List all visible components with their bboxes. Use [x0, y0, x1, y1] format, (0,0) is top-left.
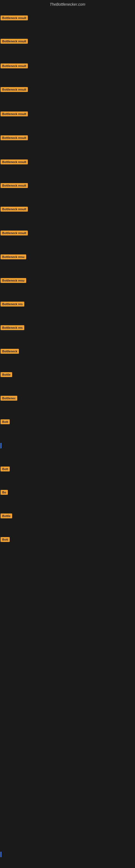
bottleneck-result-row: Bottleneck res [1, 325, 24, 331]
bottleneck-result-row: Bottle [1, 372, 12, 378]
site-title: TheBottlenecker.com [0, 0, 135, 9]
bottleneck-result-row: Bottleneck result [1, 87, 28, 93]
bottleneck-badge[interactable]: Bottleneck result [1, 159, 28, 164]
bottleneck-badge[interactable]: Bottleneck [1, 349, 19, 354]
bottleneck-badge[interactable]: Bottleneck result [1, 230, 28, 236]
bottleneck-result-row: Bottlenec [1, 396, 17, 402]
bottleneck-badge[interactable]: Bottleneck res [1, 302, 24, 307]
bottleneck-badge[interactable]: Bottleneck result [1, 135, 28, 140]
bottleneck-badge[interactable]: Bottleneck resu [1, 254, 26, 259]
bottleneck-result-row: Bott [1, 537, 10, 543]
bottleneck-result-row: Bottleneck result [1, 159, 28, 165]
bottleneck-result-row: Bott [1, 467, 10, 472]
bottleneck-result-row: Bottleneck result [1, 183, 28, 189]
bottleneck-badge[interactable]: Bottleneck resu [1, 278, 26, 283]
bottleneck-result-row: Bott [1, 420, 10, 425]
bottleneck-badge[interactable]: Bottleneck result [1, 87, 28, 92]
bottleneck-result-row: Bottleneck result [1, 207, 28, 213]
bottleneck-badge[interactable]: Bottle [1, 514, 12, 518]
bottleneck-badge[interactable]: Bo [1, 490, 8, 495]
bottleneck-result-row: Bottleneck result [1, 39, 28, 45]
bottleneck-result-row: Bottleneck [1, 349, 19, 355]
bottleneck-badge[interactable]: Bott [1, 537, 10, 542]
bottleneck-result-row: Bottleneck res [1, 302, 24, 308]
bottleneck-badge[interactable]: Bottle [1, 372, 12, 377]
bottleneck-badge[interactable]: Bottleneck result [1, 16, 28, 20]
cursor-indicator [1, 443, 1, 448]
bottleneck-badge[interactable]: Bottleneck result [1, 207, 28, 212]
bottleneck-badge[interactable]: Bottleneck result [1, 112, 28, 116]
bottleneck-result-row: Bottleneck result [1, 63, 28, 69]
bottleneck-badge[interactable]: Bottleneck res [1, 325, 24, 330]
bottleneck-result-row: Bo [1, 490, 8, 496]
bottleneck-badge[interactable]: Bottleneck result [1, 63, 28, 68]
bottleneck-result-row: Bottleneck result [1, 16, 28, 22]
bottleneck-result-row: Bottleneck resu [1, 278, 26, 284]
bottleneck-result-row: Bottleneck result [1, 135, 28, 141]
bottleneck-badge[interactable]: Bottleneck result [1, 39, 28, 44]
cursor-indicator [1, 852, 1, 857]
bottleneck-badge[interactable]: Bottlenec [1, 396, 17, 401]
bottleneck-result-row: Bottle [1, 514, 12, 520]
bottleneck-badge[interactable]: Bott [1, 420, 10, 424]
bottleneck-result-row: Bottleneck resu [1, 254, 26, 260]
bottleneck-badge[interactable]: Bott [1, 467, 10, 471]
bottleneck-result-row: Bottleneck result [1, 230, 28, 237]
bottleneck-result-row: Bottleneck result [1, 112, 28, 118]
bottleneck-badge[interactable]: Bottleneck result [1, 183, 28, 188]
